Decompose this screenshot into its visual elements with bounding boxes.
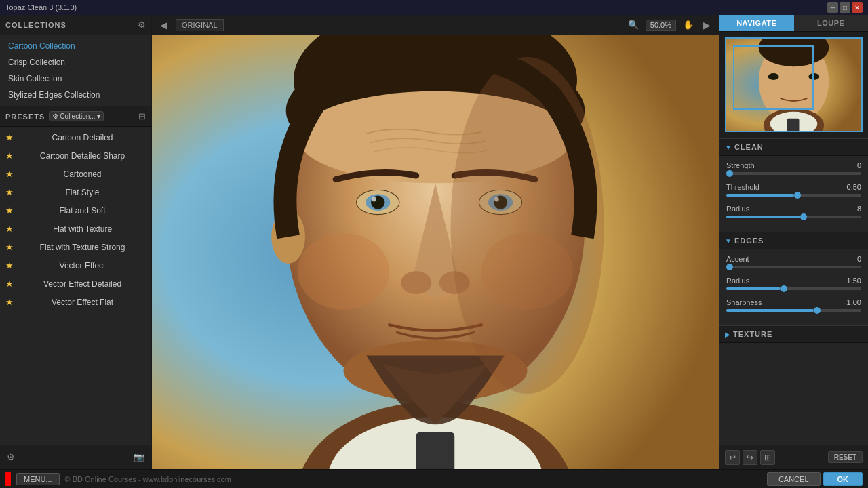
clean-section-header[interactable]: ▼ CLEAN xyxy=(719,138,868,156)
slider-thumb[interactable] xyxy=(800,214,807,220)
collection-item-cartoon[interactable]: Cartoon Collection xyxy=(0,38,151,54)
preset-item-flat-style[interactable]: ★Flat Style xyxy=(0,183,151,201)
collections-gear-icon[interactable]: ⚙ xyxy=(138,20,146,30)
slider-label-row: Strength 0 xyxy=(726,161,861,169)
slider-thumb[interactable] xyxy=(794,192,801,199)
preset-item-cartooned[interactable]: ★Cartooned xyxy=(0,165,151,183)
slider-sharpness: Sharpness 1.00 xyxy=(726,298,861,312)
maximize-button[interactable]: □ xyxy=(840,2,850,13)
preset-label: Vector Effect Detailed xyxy=(19,279,146,289)
slider-track[interactable] xyxy=(726,287,861,290)
reset-button[interactable]: RESET xyxy=(828,451,863,463)
star-icon: ★ xyxy=(5,297,14,307)
close-button[interactable]: ✕ xyxy=(852,2,863,13)
slider-track[interactable] xyxy=(726,266,861,268)
slider-value: 0 xyxy=(857,161,861,169)
slider-track[interactable] xyxy=(726,172,861,175)
slider-threshold: Threshold 0.50 xyxy=(726,183,861,197)
collection-item-skin[interactable]: Skin Collection xyxy=(0,70,151,87)
preset-item-vector-effect[interactable]: ★Vector Effect xyxy=(0,256,151,274)
ok-button[interactable]: OK xyxy=(823,472,863,486)
slider-label: Accent xyxy=(726,255,749,263)
svg-rect-3 xyxy=(416,432,454,469)
main-layout: COLLECTIONS ⚙ Cartoon CollectionCrisp Co… xyxy=(0,15,868,469)
preset-item-flat-with-texture-strong[interactable]: ★Flat with Texture Strong xyxy=(0,238,151,256)
slider-thumb[interactable] xyxy=(781,285,787,292)
image-toolbar: ◀ ORIGINAL 🔍 50.0% ✋ ▶ xyxy=(152,15,719,35)
sidebar-bottom: ⚙ 📷 xyxy=(0,445,151,469)
edges-section-body: Accent 0 Radius 1.50 Sharpness 1.00 xyxy=(719,249,868,325)
center-area: ◀ ORIGINAL 🔍 50.0% ✋ ▶ xyxy=(152,15,719,469)
slider-track[interactable] xyxy=(726,216,861,218)
grid-view-icon[interactable]: ⊞ xyxy=(138,111,146,121)
redo-button[interactable]: ↪ xyxy=(743,450,757,465)
menu-button[interactable]: MENU... xyxy=(16,473,60,485)
star-icon: ★ xyxy=(5,260,14,270)
dropdown-label: Collection... xyxy=(60,113,95,120)
slider-value: 8 xyxy=(857,205,861,213)
minimize-button[interactable]: ─ xyxy=(827,2,838,13)
slider-accent: Accent 0 xyxy=(726,255,861,268)
slider-label: Radius xyxy=(726,277,749,285)
slider-thumb[interactable] xyxy=(726,170,733,177)
edges-title: EDGES xyxy=(734,237,764,245)
app-title: Topaz Clean 3 (3.1.0) xyxy=(5,3,77,12)
camera-icon[interactable]: 📷 xyxy=(134,452,144,462)
collections-title: COLLECTIONS xyxy=(5,21,66,29)
cancel-button[interactable]: CANCEL xyxy=(767,472,821,486)
copyright-text: © BD Online Courses - www.bdonlinecourse… xyxy=(65,475,767,483)
preset-item-vector-effect-detailed[interactable]: ★Vector Effect Detailed xyxy=(0,274,151,293)
preset-item-cartoon-detailed-sharp[interactable]: ★Cartoon Detailed Sharp xyxy=(0,146,151,165)
slider-fill xyxy=(726,194,794,197)
preview-selector xyxy=(733,45,814,110)
preset-item-cartoon-detailed[interactable]: ★Cartoon Detailed xyxy=(0,128,151,146)
slider-track[interactable] xyxy=(726,309,861,312)
slider-radius: Radius 8 xyxy=(726,205,861,218)
slider-label-row: Radius 1.50 xyxy=(726,277,861,285)
star-icon: ★ xyxy=(5,169,14,179)
preset-dropdown[interactable]: ⚙ Collection... ▾ xyxy=(49,111,103,121)
collections-list: Cartoon CollectionCrisp CollectionSkin C… xyxy=(0,35,151,106)
zoom-label[interactable]: 50.0% xyxy=(646,20,676,30)
slider-radius: Radius 1.50 xyxy=(726,277,861,290)
tab-navigate[interactable]: NAVIGATE xyxy=(719,15,794,31)
settings-icon[interactable]: ⚙ xyxy=(7,452,15,462)
presets-section: PRESETS ⚙ Collection... ▾ ⊞ ★Cartoon Det… xyxy=(0,106,151,445)
undo-button[interactable]: ↩ xyxy=(725,450,740,465)
search-icon[interactable]: 🔍 xyxy=(627,18,640,31)
star-icon: ★ xyxy=(5,242,14,252)
texture-section-header[interactable]: ▶ TEXTURE xyxy=(719,325,868,343)
preset-item-vector-effect-flat[interactable]: ★Vector Effect Flat xyxy=(0,293,151,311)
portrait-canvas xyxy=(152,35,719,469)
slider-label-row: Sharpness 1.00 xyxy=(726,298,861,306)
preset-item-flat-and-soft[interactable]: ★Flat and Soft xyxy=(0,201,151,220)
slider-label: Strength xyxy=(726,161,755,169)
compare-button[interactable]: ⊞ xyxy=(760,450,775,465)
titlebar: Topaz Clean 3 (3.1.0) ─ □ ✕ xyxy=(0,0,868,15)
red-indicator xyxy=(5,472,11,486)
collection-item-crisp[interactable]: Crisp Collection xyxy=(0,54,151,70)
nav-next-icon[interactable]: ▶ xyxy=(701,18,713,32)
preset-item-flat-with-texture[interactable]: ★Flat with Texture xyxy=(0,220,151,238)
preset-label: Flat Style xyxy=(19,188,146,197)
tab-loupe[interactable]: LOUPE xyxy=(794,15,869,31)
chevron-down-icon: ▾ xyxy=(97,113,100,120)
hand-tool-icon[interactable]: ✋ xyxy=(682,18,695,31)
preset-label: Cartoon Detailed xyxy=(19,133,146,142)
preset-label: Flat with Texture xyxy=(19,224,146,234)
bottom-bar: MENU... © BD Online Courses - www.bdonli… xyxy=(0,469,868,488)
nav-prev-icon[interactable]: ◀ xyxy=(157,18,170,32)
navigator-preview xyxy=(719,32,868,138)
clean-expand-icon: ▼ xyxy=(725,144,732,151)
action-buttons: CANCEL OK xyxy=(767,472,863,486)
slider-value: 0 xyxy=(857,255,861,263)
presets-title: PRESETS xyxy=(5,113,45,121)
slider-label: Threshold xyxy=(726,183,760,191)
collection-item-stylized[interactable]: Stylized Edges Collection xyxy=(0,87,151,103)
slider-thumb[interactable] xyxy=(726,264,733,270)
presets-header: PRESETS ⚙ Collection... ▾ ⊞ xyxy=(0,106,151,127)
star-icon: ★ xyxy=(5,279,14,289)
edges-section-header[interactable]: ▼ EDGES xyxy=(719,232,868,249)
slider-track[interactable] xyxy=(726,194,861,197)
slider-thumb[interactable] xyxy=(814,307,821,314)
